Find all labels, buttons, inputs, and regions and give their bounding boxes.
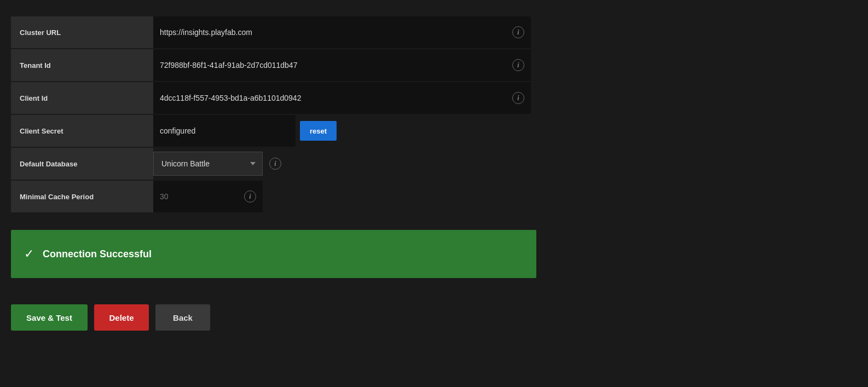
reset-button[interactable]: reset — [300, 121, 337, 141]
cache-period-info-icon[interactable]: i — [244, 190, 256, 203]
cache-period-value-box: 30 i — [153, 181, 263, 212]
client-secret-value: configured — [153, 115, 296, 147]
default-database-container: Unicorn Battle i — [153, 152, 281, 176]
client-id-label: Client Id — [11, 82, 153, 114]
default-database-row: Default Database Unicorn Battle i — [11, 148, 536, 180]
client-id-value: 4dcc118f-f557-4953-bd1a-a6b1101d0942 i — [153, 82, 531, 114]
action-buttons: Save & Test Delete Back — [11, 304, 536, 331]
default-database-info-icon[interactable]: i — [269, 158, 281, 170]
cache-period-text: 30 — [160, 192, 169, 201]
tenant-id-value: 72f988bf-86f1-41af-91ab-2d7cd011db47 i — [153, 49, 531, 81]
check-icon: ✓ — [24, 247, 34, 261]
client-secret-text: configured — [160, 126, 195, 135]
cluster-url-label: Cluster URL — [11, 16, 153, 48]
default-database-dropdown[interactable]: Unicorn Battle — [153, 152, 263, 176]
settings-form: Cluster URL https://insights.playfab.com… — [11, 16, 536, 331]
connection-status-text: Connection Successful — [43, 249, 152, 260]
connection-status-banner: ✓ Connection Successful — [11, 230, 536, 278]
default-database-label: Default Database — [11, 148, 153, 180]
tenant-id-text: 72f988bf-86f1-41af-91ab-2d7cd011db47 — [160, 61, 512, 70]
delete-button[interactable]: Delete — [94, 304, 149, 331]
cluster-url-info-icon[interactable]: i — [512, 26, 524, 38]
cache-period-label: Minimal Cache Period — [11, 181, 153, 212]
client-secret-label: Client Secret — [11, 115, 153, 147]
tenant-id-info-icon[interactable]: i — [512, 59, 524, 71]
cluster-url-row: Cluster URL https://insights.playfab.com… — [11, 16, 536, 48]
back-button[interactable]: Back — [155, 304, 210, 331]
client-id-info-icon[interactable]: i — [512, 92, 524, 104]
tenant-id-label: Tenant Id — [11, 49, 153, 81]
save-test-button[interactable]: Save & Test — [11, 304, 88, 331]
cache-period-row: Minimal Cache Period 30 i — [11, 181, 536, 212]
client-id-text: 4dcc118f-f557-4953-bd1a-a6b1101d0942 — [160, 94, 512, 102]
cluster-url-value: https://insights.playfab.com i — [153, 16, 531, 48]
client-id-row: Client Id 4dcc118f-f557-4953-bd1a-a6b110… — [11, 82, 536, 114]
cluster-url-text: https://insights.playfab.com — [160, 28, 512, 37]
tenant-id-row: Tenant Id 72f988bf-86f1-41af-91ab-2d7cd0… — [11, 49, 536, 81]
client-secret-row: Client Secret configured reset — [11, 115, 536, 147]
